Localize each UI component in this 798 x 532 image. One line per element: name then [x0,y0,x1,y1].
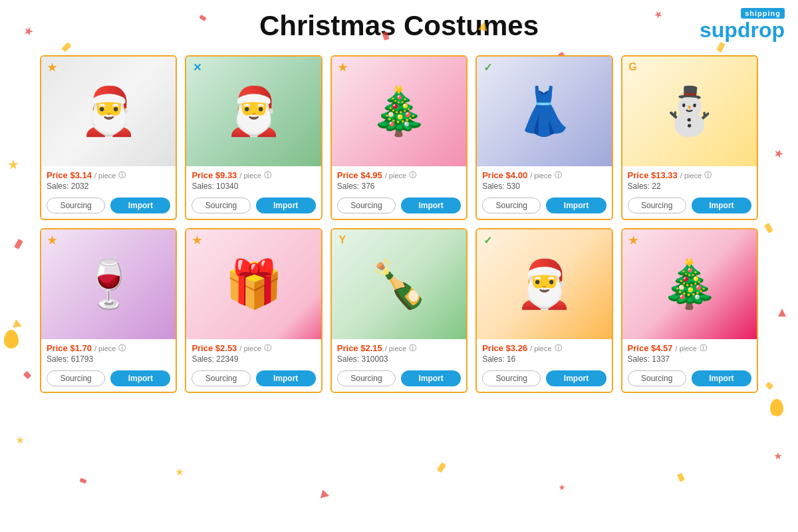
sourcing-button-6[interactable]: Sourcing [47,370,105,386]
confetti-piece [16,436,24,444]
product-actions-9: Sourcing Import [477,370,611,392]
product-sales-10: Sales: 1337 [628,354,751,364]
product-image-9: 🎅 [477,229,611,339]
logo-suffix: rop [750,18,785,42]
product-actions-5: Sourcing Import [622,198,757,219]
product-image-7: 🎁 [186,229,321,339]
price-info-icon-3: ⓘ [409,170,416,180]
import-button-4[interactable]: Import [546,198,606,213]
import-button-5[interactable]: Import [692,198,751,213]
import-button-7[interactable]: Import [256,370,316,386]
price-unit-10: / piece [676,344,697,352]
product-info-1: Price $3.14 / piece ⓘ Sales: 2032 [41,166,176,198]
sourcing-button-1[interactable]: Sourcing [47,198,105,213]
product-actions-1: Sourcing Import [41,198,176,219]
import-button-2[interactable]: Import [256,198,316,213]
product-price-3: Price $4.95 / piece ⓘ [337,170,461,180]
product-badge-9: ✓ [481,233,494,247]
product-badge-1: ★ [45,61,59,74]
page-title: Christmas Costumes [0,10,798,42]
product-actions-7: Sourcing Import [186,370,321,392]
sales-label-6: Sales: [47,354,68,364]
product-image-5: ⛄ [622,57,757,166]
product-emoji-4: 👗 [477,57,611,166]
sourcing-button-2[interactable]: Sourcing [192,198,250,213]
product-emoji-9: 🎅 [477,229,611,339]
product-card-6: ★ 🍷 Price $1.70 / piece ⓘ Sales: 61793 S… [40,228,177,393]
price-info-icon-7: ⓘ [264,343,271,353]
sales-label-4: Sales: [482,182,504,191]
product-sales-3: Sales: 376 [337,182,461,191]
product-info-7: Price $2.53 / piece ⓘ Sales: 22349 [186,339,321,370]
product-sales-9: Sales: 16 [482,354,606,364]
product-actions-8: Sourcing Import [332,370,466,392]
product-info-5: Price $13.33 / piece ⓘ Sales: 22 [622,166,757,198]
price-label-1: Price $3.14 [47,170,92,180]
product-sales-4: Sales: 530 [482,182,606,191]
product-card-8: Y 🍾 Price $2.15 / piece ⓘ Sales: 310003 … [331,228,467,393]
price-unit-8: / piece [385,344,406,352]
product-emoji-7: 🎁 [186,229,321,339]
sales-label-8: Sales: [337,354,359,364]
product-sales-5: Sales: 22 [628,182,751,191]
logo: shipping supdrop [700,8,785,41]
product-card-1: ★ 🎅 Price $3.14 / piece ⓘ Sales: 2032 So… [40,55,177,220]
product-image-2: 🎅 [186,57,321,166]
product-emoji-2: 🎅 [186,57,321,166]
import-button-8[interactable]: Import [401,370,461,386]
sales-value-5: 22 [652,182,660,191]
product-actions-3: Sourcing Import [332,198,466,219]
product-emoji-1: 🎅 [41,57,176,166]
product-badge-8: Y [336,233,349,247]
product-info-4: Price $4.00 / piece ⓘ Sales: 530 [477,166,611,198]
product-price-5: Price $13.33 / piece ⓘ [628,170,751,180]
sourcing-button-10[interactable]: Sourcing [628,370,686,386]
product-info-2: Price $9.33 / piece ⓘ Sales: 10340 [186,166,321,198]
product-price-10: Price $4.57 / piece ⓘ [628,343,751,353]
product-card-4: ✓ 👗 Price $4.00 / piece ⓘ Sales: 530 Sou… [475,55,612,220]
import-button-9[interactable]: Import [546,370,606,386]
sourcing-button-7[interactable]: Sourcing [192,370,250,386]
price-unit-7: / piece [239,344,261,352]
product-badge-3: ★ [336,61,349,74]
product-price-1: Price $3.14 / piece ⓘ [47,170,170,180]
sales-value-8: 310003 [362,354,388,364]
sourcing-button-4[interactable]: Sourcing [482,198,541,213]
product-image-6: 🍷 [41,229,176,339]
product-sales-2: Sales: 10340 [192,182,315,191]
import-button-6[interactable]: Import [110,370,170,386]
price-info-icon-5: ⓘ [704,170,712,180]
price-info-icon-10: ⓘ [700,343,707,353]
product-card-9: ✓ 🎅 Price $3.26 / piece ⓘ Sales: 16 Sour… [475,228,612,393]
product-actions-2: Sourcing Import [186,198,321,219]
price-unit-2: / piece [239,172,261,180]
sourcing-button-3[interactable]: Sourcing [337,198,396,213]
import-button-3[interactable]: Import [401,198,461,213]
price-info-icon-6: ⓘ [118,343,126,353]
product-sales-8: Sales: 310003 [337,354,461,364]
price-label-6: Price $1.70 [47,343,92,353]
sourcing-button-8[interactable]: Sourcing [337,370,396,386]
import-button-10[interactable]: Import [692,370,751,386]
sales-value-9: 16 [507,354,515,364]
sales-value-10: 1337 [652,354,670,364]
price-label-4: Price $4.00 [482,170,527,180]
sales-value-7: 22349 [216,354,238,364]
sourcing-button-5[interactable]: Sourcing [628,198,686,213]
import-button-1[interactable]: Import [110,198,170,213]
price-label-8: Price $2.15 [337,343,382,353]
product-emoji-6: 🍷 [41,229,176,339]
logo-shipping-badge: shipping [741,8,785,19]
sales-label-1: Sales: [47,182,68,191]
product-badge-10: ★ [626,233,640,247]
product-image-8: 🍾 [332,229,466,339]
sourcing-button-9[interactable]: Sourcing [482,370,541,386]
price-unit-9: / piece [530,344,551,352]
logo-prefix: sup [700,18,737,42]
sales-value-4: 530 [507,182,520,191]
confetti-piece [774,452,782,460]
price-info-icon-9: ⓘ [555,343,562,353]
product-price-8: Price $2.15 / piece ⓘ [337,343,461,353]
price-label-5: Price $13.33 [628,170,678,180]
product-actions-10: Sourcing Import [622,370,757,392]
